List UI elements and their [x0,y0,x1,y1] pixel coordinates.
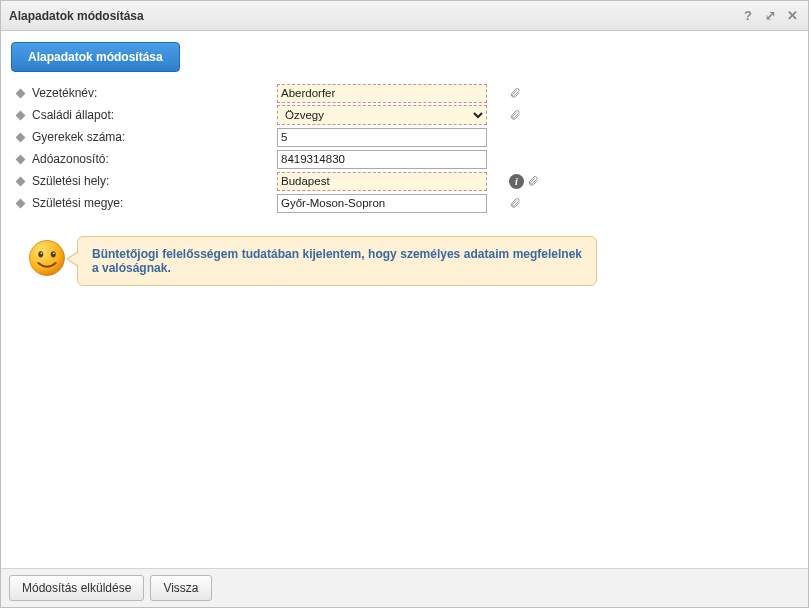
declaration-bubble: Büntetőjogi felelősségem tudatában kijel… [77,236,597,286]
paperclip-icon[interactable] [509,197,521,209]
bullet-icon [16,88,26,98]
svg-point-4 [53,253,55,255]
bullet-icon [16,176,26,186]
content-area: Alapadatok módosítása Vezetéknév: [1,31,808,568]
label-szuletesi-megye: Születési megye: [32,196,123,210]
form: Vezetéknév: Családi állapot: [11,82,798,214]
label-gyerekek-szama: Gyerekek száma: [32,130,125,144]
paperclip-icon[interactable] [527,175,539,187]
window-title: Alapadatok módosítása [9,9,144,23]
tab-alapadatok[interactable]: Alapadatok módosítása [11,42,180,72]
row-vezeteknev: Vezetéknév: [11,82,798,104]
footer-bar: Módosítás elküldése Vissza [1,568,808,607]
bullet-icon [16,154,26,164]
input-szuletesi-hely[interactable] [277,172,487,191]
input-szuletesi-megye[interactable] [277,194,487,213]
input-vezeteknev[interactable] [277,84,487,103]
declaration-row: Büntetőjogi felelősségem tudatában kijel… [17,236,798,286]
dialog-window: Alapadatok módosítása ? ⤢ ✕ Alapadatok m… [0,0,809,608]
row-csaladi-allapot: Családi állapot: Özvegy [11,104,798,126]
label-szuletesi-hely: Születési hely: [32,174,109,188]
close-icon[interactable]: ✕ [784,8,800,24]
input-adoazonosito[interactable] [277,150,487,169]
row-szuletesi-hely: Születési hely: i [11,170,798,192]
row-szuletesi-megye: Születési megye: [11,192,798,214]
row-gyerekek-szama: Gyerekek száma: [11,126,798,148]
bullet-icon [16,132,26,142]
label-csaladi-allapot: Családi állapot: [32,108,114,122]
select-csaladi-allapot[interactable]: Özvegy [277,105,487,125]
bullet-icon [16,110,26,120]
row-adoazonosito: Adóazonosító: [11,148,798,170]
help-icon[interactable]: ? [740,8,756,24]
label-adoazonosito: Adóazonosító: [32,152,109,166]
title-bar: Alapadatok módosítása ? ⤢ ✕ [1,1,808,31]
input-gyerekek-szama[interactable] [277,128,487,147]
svg-point-3 [41,253,43,255]
paperclip-icon[interactable] [509,109,521,121]
info-icon[interactable]: i [509,174,524,189]
back-button[interactable]: Vissza [150,575,211,601]
svg-point-2 [51,251,56,257]
submit-button[interactable]: Módosítás elküldése [9,575,144,601]
maximize-icon[interactable]: ⤢ [762,8,778,24]
paperclip-icon[interactable] [509,87,521,99]
svg-point-1 [38,251,43,257]
label-vezeteknev: Vezetéknév: [32,86,97,100]
svg-point-0 [30,241,65,276]
bullet-icon [16,198,26,208]
declaration-text: Büntetőjogi felelősségem tudatában kijel… [92,247,582,275]
